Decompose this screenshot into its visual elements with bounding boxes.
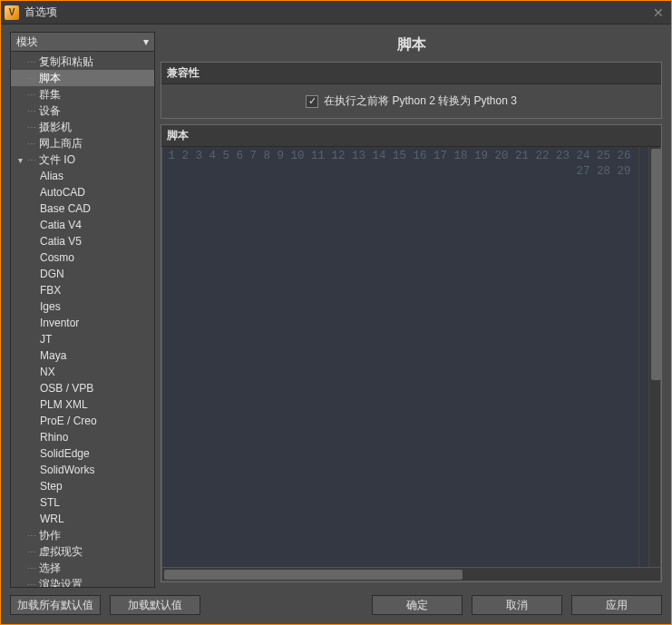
ok-button[interactable]: 确定 — [372, 595, 463, 615]
horizontal-scrollbar[interactable] — [161, 568, 661, 581]
tree-item[interactable]: ⋯选择 — [11, 560, 154, 576]
tree-item[interactable]: FBX — [11, 282, 154, 298]
panel-title: 脚本 — [161, 32, 662, 62]
tree-item[interactable]: ⋯脚本 — [11, 70, 154, 86]
titlebar: V 首选项 ✕ — [1, 1, 671, 24]
compat-section: 兼容性 ✓ 在执行之前将 Python 2 转换为 Python 3 — [161, 62, 662, 119]
script-section: 脚本 1 2 3 4 5 6 7 8 9 10 11 12 13 14 15 1… — [161, 124, 662, 582]
settings-panel: 脚本 兼容性 ✓ 在执行之前将 Python 2 转换为 Python 3 脚本… — [161, 32, 662, 588]
module-dropdown[interactable]: 模块 ▾ — [10, 32, 155, 52]
tree-item[interactable]: STL — [11, 494, 154, 511]
tree-item[interactable]: Cosmo — [11, 249, 154, 266]
tree-item[interactable]: DGN — [11, 266, 154, 282]
module-label: 模块 — [16, 34, 38, 50]
tree-item[interactable]: NX — [11, 364, 154, 380]
tree-item[interactable]: AutoCAD — [11, 184, 154, 200]
tree-item[interactable]: Base CAD — [11, 200, 154, 217]
tree-item[interactable]: ⋯虚拟现实 — [11, 543, 154, 560]
module-panel: 模块 ▾ ⋯复制和粘贴⋯脚本⋯群集⋯设备⋯摄影机⋯网上商店▾⋯文件 IOAlia… — [10, 32, 155, 588]
tree-item[interactable]: Step — [11, 478, 154, 494]
line-gutter: 1 2 3 4 5 6 7 8 9 10 11 12 13 14 15 16 1… — [162, 147, 639, 567]
vertical-scrollbar[interactable] — [648, 147, 660, 567]
tree-item[interactable]: ProE / Creo — [11, 413, 154, 429]
tree-item[interactable]: OSB / VPB — [11, 380, 154, 396]
close-button[interactable]: ✕ — [649, 4, 667, 22]
tree-item[interactable]: PLM XML — [11, 396, 154, 413]
tree-item[interactable]: JT — [11, 331, 154, 347]
tree-item[interactable]: Inventor — [11, 315, 154, 331]
compat-heading: 兼容性 — [161, 63, 661, 84]
load-defaults-button[interactable]: 加载默认值 — [110, 595, 200, 615]
tree-item[interactable]: ⋯摄影机 — [11, 119, 154, 135]
check-icon: ✓ — [306, 95, 318, 108]
tree-item[interactable]: Catia V5 — [11, 233, 154, 249]
chevron-down-icon: ▾ — [143, 35, 149, 48]
window-title: 首选项 — [24, 5, 649, 20]
apply-button[interactable]: 应用 — [571, 595, 662, 615]
tree-item[interactable]: Iges — [11, 298, 154, 315]
preferences-dialog: V 首选项 ✕ 模块 ▾ ⋯复制和粘贴⋯脚本⋯群集⋯设备⋯摄影机⋯网上商店▾⋯文… — [0, 0, 672, 625]
app-icon: V — [5, 5, 19, 20]
tree-item[interactable]: Alias — [11, 168, 154, 184]
button-bar: 加载所有默认值 加载默认值 确定 取消 应用 — [1, 588, 671, 624]
tree-item[interactable]: Catia V4 — [11, 217, 154, 233]
code-area[interactable]: # Swap normals KeyF9 = vrKey(Key_F9) Key… — [639, 147, 648, 567]
convert-py2-checkbox[interactable]: ✓ 在执行之前将 Python 2 转换为 Python 3 — [306, 93, 517, 109]
tree-item[interactable]: ⋯群集 — [11, 86, 154, 103]
module-tree[interactable]: ⋯复制和粘贴⋯脚本⋯群集⋯设备⋯摄影机⋯网上商店▾⋯文件 IOAliasAuto… — [10, 52, 155, 588]
tree-item[interactable]: SolidEdge — [11, 445, 154, 462]
script-heading: 脚本 — [161, 125, 661, 147]
load-all-defaults-button[interactable]: 加载所有默认值 — [10, 595, 101, 615]
tree-item[interactable]: ⋯渲染设置 — [11, 576, 154, 588]
tree-item[interactable]: Rhino — [11, 429, 154, 445]
tree-item[interactable]: Maya — [11, 347, 154, 364]
tree-item[interactable]: ⋯设备 — [11, 103, 154, 119]
cancel-button[interactable]: 取消 — [472, 595, 562, 615]
tree-item[interactable]: ⋯协作 — [11, 527, 154, 543]
tree-item[interactable]: ⋯网上商店 — [11, 135, 154, 151]
tree-item[interactable]: SolidWorks — [11, 462, 154, 478]
convert-py2-label: 在执行之前将 Python 2 转换为 Python 3 — [324, 93, 517, 109]
tree-item[interactable]: WRL — [11, 511, 154, 527]
tree-item[interactable]: ▾⋯文件 IO — [11, 151, 154, 168]
tree-item[interactable]: ⋯复制和粘贴 — [11, 54, 154, 70]
code-editor[interactable]: 1 2 3 4 5 6 7 8 9 10 11 12 13 14 15 16 1… — [161, 147, 661, 568]
